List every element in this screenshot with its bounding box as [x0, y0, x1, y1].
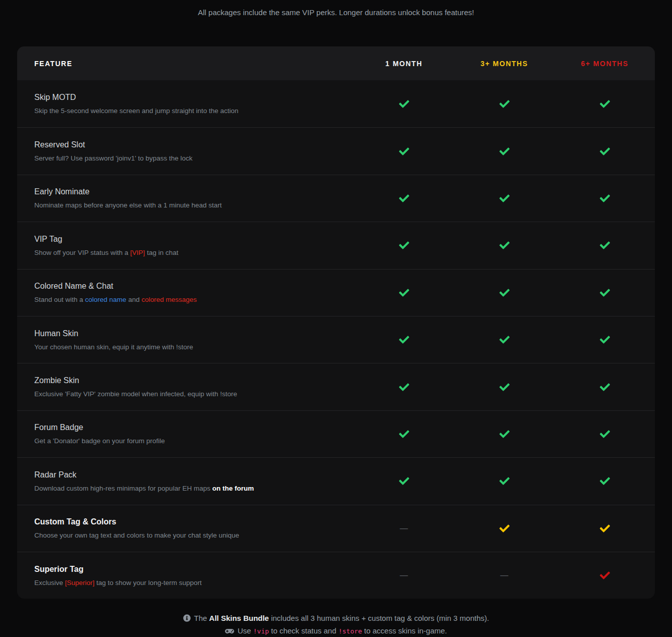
table-body: Skip MOTD Skip the 5-second welcome scre… [17, 80, 655, 599]
column-header-6-months: 6+ MONTHS [554, 60, 655, 68]
feature-cell: Zombie Skin Exclusive 'Fatty VIP' zombie… [17, 376, 354, 398]
cell-3-months [454, 288, 554, 298]
text-segment: and [126, 296, 141, 303]
text-segment: includes all 3 human skins + custom tag … [269, 614, 489, 622]
text-segment-code: !vip [253, 627, 269, 635]
text-segment: Server full? Use password 'joinv1' to by… [34, 154, 193, 162]
info-icon [183, 614, 194, 622]
cell-3-months [454, 335, 554, 345]
feature-cell: Human Skin Your chosen human skin, equip… [17, 329, 354, 351]
dash-icon: — [500, 571, 509, 579]
table-row: Forum Badge Get a 'Donator' badge on you… [17, 410, 655, 457]
check-icon [399, 476, 409, 485]
feature-description: Nominate maps before anyone else with a … [34, 201, 342, 209]
check-icon [499, 193, 510, 202]
feature-title: Reserved Slot [34, 140, 342, 149]
feature-title: Early Nominate [34, 187, 342, 196]
text-segment: Exclusive 'Fatty VIP' zombie model when … [34, 390, 237, 398]
check-icon [499, 476, 510, 485]
text-segment: Show off your VIP status with a [34, 249, 130, 256]
gamepad-icon [225, 626, 238, 635]
feature-description: Exclusive [Superior] tag to show your lo… [34, 578, 342, 587]
text-segment-red: [VIP] [130, 249, 145, 256]
footer-bundle-text: The All Skins Bundle includes all 3 huma… [194, 614, 489, 622]
cell-6-months [554, 146, 655, 156]
vip-perks-page: All packages include the same VIP perks.… [0, 8, 672, 637]
forum-link[interactable]: on the forum [212, 485, 254, 492]
text-segment: Nominate maps before anyone else with a … [34, 201, 221, 209]
cell-6-months [554, 335, 655, 345]
check-icon [499, 382, 510, 391]
feature-cell: Custom Tag & Colors Choose your own tag … [17, 517, 354, 540]
cell-6-months [554, 429, 655, 439]
table-row: Skip MOTD Skip the 5-second welcome scre… [17, 80, 655, 127]
footer-note-commands: Use !vip to check status and !store to a… [0, 625, 672, 637]
check-icon [399, 335, 409, 343]
cell-6-months [554, 476, 655, 486]
cell-1-month [354, 240, 454, 250]
footer-commands-text: Use !vip to check status and !store to a… [238, 626, 447, 635]
feature-title: Forum Badge [34, 422, 342, 432]
text-segment-bold: All Skins Bundle [209, 614, 269, 622]
feature-cell: VIP Tag Show off your VIP status with a … [17, 234, 354, 257]
check-icon [499, 146, 510, 155]
check-icon [399, 146, 409, 155]
feature-description: Server full? Use password 'joinv1' to by… [34, 154, 342, 163]
feature-title: Custom Tag & Colors [34, 517, 342, 526]
check-icon [499, 523, 510, 532]
feature-title: Human Skin [34, 329, 342, 338]
feature-title: Colored Name & Chat [34, 281, 342, 291]
cell-3-months [454, 193, 554, 203]
text-segment: The [194, 614, 209, 622]
column-header-1-month: 1 MONTH [354, 60, 454, 68]
feature-description: Download custom high-res minimaps for po… [34, 484, 342, 493]
text-segment: to check status and [269, 626, 339, 635]
check-icon [600, 193, 610, 202]
table-row: VIP Tag Show off your VIP status with a … [17, 222, 655, 269]
feature-description: Stand out with a colored name and colore… [34, 295, 342, 304]
text-segment-red: colored messages [141, 296, 197, 303]
cell-3-months [454, 99, 554, 109]
feature-title: Superior Tag [34, 564, 342, 574]
table-row: Early Nominate Nominate maps before anyo… [17, 175, 655, 222]
text-segment: tag to show your long-term support [94, 579, 201, 587]
text-segment: tag in chat [145, 249, 178, 256]
text-segment-code: !store [339, 627, 362, 635]
text-segment: Download custom high-res minimaps for po… [34, 485, 212, 492]
feature-cell: Radar Pack Download custom high-res mini… [17, 470, 354, 493]
table-row: Colored Name & Chat Stand out with a col… [17, 269, 655, 316]
check-icon [499, 335, 510, 343]
check-icon [600, 429, 610, 438]
check-icon [600, 476, 610, 485]
check-icon [499, 429, 510, 438]
text-segment: Use [238, 626, 253, 635]
check-icon [399, 382, 409, 391]
feature-cell: Colored Name & Chat Stand out with a col… [17, 281, 354, 304]
feature-description: Choose your own tag text and colors to m… [34, 531, 342, 540]
cell-1-month [354, 146, 454, 156]
cell-6-months [554, 240, 655, 250]
cell-3-months [454, 240, 554, 250]
feature-cell: Superior Tag Exclusive [Superior] tag to… [17, 564, 354, 587]
feature-cell: Early Nominate Nominate maps before anyo… [17, 187, 354, 209]
table-row: Reserved Slot Server full? Use password … [17, 127, 655, 174]
cell-6-months [554, 193, 655, 203]
table-row: Zombie Skin Exclusive 'Fatty VIP' zombie… [17, 363, 655, 410]
text-segment: Get a 'Donator' badge on your forum prof… [34, 437, 165, 445]
column-header-3-months: 3+ MONTHS [454, 60, 554, 68]
table-header-row: FEATURE 1 MONTH 3+ MONTHS 6+ MONTHS [17, 46, 655, 80]
feature-title: Radar Pack [34, 470, 342, 480]
check-icon [600, 382, 610, 391]
feature-title: VIP Tag [34, 234, 342, 244]
text-segment-blue: colored name [85, 296, 127, 303]
feature-description: Show off your VIP status with a [VIP] ta… [34, 248, 342, 257]
footer-note-bundle: The All Skins Bundle includes all 3 huma… [0, 612, 672, 625]
cell-6-months [554, 99, 655, 109]
check-icon [399, 429, 409, 438]
table-row: Custom Tag & Colors Choose your own tag … [17, 505, 655, 552]
cell-3-months [454, 146, 554, 156]
feature-title: Zombie Skin [34, 376, 342, 385]
perks-comparison-table: FEATURE 1 MONTH 3+ MONTHS 6+ MONTHS Skip… [17, 46, 655, 599]
feature-description: Skip the 5-second welcome screen and jum… [34, 107, 342, 115]
cell-6-months [554, 570, 655, 580]
